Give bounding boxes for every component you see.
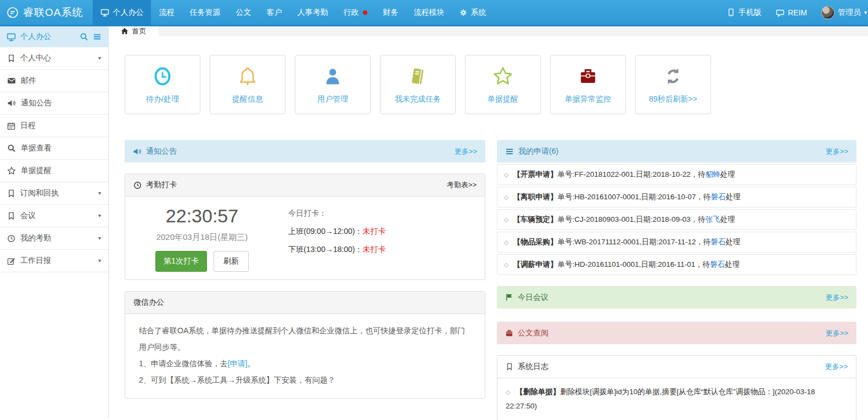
card-unfinished-tasks[interactable]: 我未完成任务 <box>380 55 456 114</box>
mobile-version-link[interactable]: 手机版 <box>727 8 761 18</box>
home-icon <box>121 27 128 35</box>
reim-link[interactable]: REIM <box>776 8 807 17</box>
applications-panel-title: 我的申请(6) <box>505 147 558 156</box>
menu-icon[interactable] <box>93 32 102 41</box>
nav-task-resource[interactable]: 任务资源 <box>182 0 228 25</box>
morning-status: 未打卡 <box>362 227 385 236</box>
nav-administration[interactable]: 行政 <box>335 0 375 25</box>
app-title: 睿联OA系统 <box>23 5 83 20</box>
wechat-apply-line: 1、申请企业微信体验，去[申请]。 <box>139 355 471 372</box>
attendance-panel-title: 考勤打卡 <box>133 180 177 190</box>
meeting-more-link[interactable]: 更多>> <box>826 293 848 303</box>
list-icon <box>505 147 514 156</box>
bookmark-icon <box>506 363 513 371</box>
search-icon[interactable] <box>80 32 88 41</box>
application-row[interactable]: ◇ 【离职申请】单号:HB-20161007-0001,日期:2016-10-0… <box>497 187 856 208</box>
nav-workflow-module[interactable]: 流程模块 <box>406 0 452 25</box>
handler-link[interactable]: 貂蝉 <box>705 170 720 180</box>
card-reminders[interactable]: 提醒信息 <box>210 55 285 114</box>
sidebar-item-subscribe[interactable]: 订阅和回执▾ <box>0 182 108 205</box>
sidebar-item-schedule[interactable]: 日程 <box>0 115 108 137</box>
application-row[interactable]: ◇ 【开票申请】单号:FF-20181022-001,日期:2018-10-22… <box>497 164 856 185</box>
clock-icon <box>7 234 15 243</box>
attendance-panel-header: 考勤打卡 考勤表>> <box>125 174 485 197</box>
avatar <box>821 6 835 19</box>
nav-hr-attendance[interactable]: 人事考勤 <box>289 0 335 25</box>
chevron-down-icon: ▾ <box>864 10 867 15</box>
speaker-icon <box>7 99 16 108</box>
bell-icon <box>237 65 259 87</box>
briefcase-icon <box>577 65 599 87</box>
nav-system[interactable]: 系统 <box>452 0 494 25</box>
meeting-panel-title: 今日会议 <box>505 293 548 303</box>
attendance-sheet-link[interactable]: 考勤表>> <box>447 180 477 190</box>
tab-home[interactable]: 首页 <box>109 26 158 36</box>
chat-icon <box>776 8 785 17</box>
card-user-management[interactable]: 用户管理 <box>295 55 371 114</box>
sidebar-item-work-daily[interactable]: 工作日报▾ <box>0 250 108 272</box>
monitor-icon <box>100 8 109 17</box>
star-icon <box>492 65 514 87</box>
sidebar-item-my-attendance[interactable]: 我的考勤▾ <box>0 227 108 250</box>
bookmark-icon <box>7 189 15 198</box>
calendar-icon <box>7 122 15 130</box>
sidebar-item-bill-view[interactable]: 单据查看 <box>0 137 108 160</box>
handler-link[interactable]: 磐石 <box>711 192 726 202</box>
sidebar-item-meeting[interactable]: 会议▾ <box>0 205 108 227</box>
wechat-panel: 微信办公 结合了睿联OA系统，单据待办推送提醒到个人微信和企业微信上，也可快捷登… <box>125 291 485 399</box>
refresh-icon <box>662 65 684 87</box>
diamond-bullet-icon: ◇ <box>504 239 508 246</box>
handler-link[interactable]: 磐石 <box>710 260 725 270</box>
chevron-down-icon: ▾ <box>98 213 101 219</box>
syslog-body: ◇ 【删除单据】删除模块[调拨单]id为10的单据,摘要[从仓库“默认仓库”调拨… <box>497 378 856 420</box>
current-time: 22:30:57 <box>133 205 271 226</box>
sidebar-item-notice[interactable]: 通知公告 <box>0 92 108 115</box>
speaker-icon <box>133 147 142 156</box>
user-menu[interactable]: 管理员 ▾ <box>821 6 867 19</box>
gear-icon <box>460 9 467 16</box>
chevron-down-icon: ▾ <box>98 191 101 196</box>
handler-link[interactable]: 张飞 <box>705 215 720 225</box>
phone-icon <box>727 8 735 16</box>
nav-workflow[interactable]: 流程 <box>151 0 182 25</box>
book-icon <box>407 65 429 87</box>
sidebar-item-bill-remind[interactable]: 单据提醒 <box>0 160 108 182</box>
document-more-link[interactable]: 更多>> <box>826 328 848 338</box>
sidebar-item-mail[interactable]: 邮件 <box>0 70 108 92</box>
clock-icon <box>133 181 142 189</box>
refresh-button[interactable]: 刷新 <box>214 251 249 272</box>
card-bill-monitor[interactable]: 单据异常监控 <box>550 55 626 114</box>
envelope-icon <box>7 76 16 85</box>
sidebar-header: 个人办公 <box>0 26 108 47</box>
edit-icon <box>7 257 15 265</box>
card-bill-remind[interactable]: 单据提醒 <box>465 55 541 114</box>
application-row[interactable]: ◇ 【车辆预定】单号:CJ-20180903-001,日期:2018-09-03… <box>497 209 856 230</box>
wechat-apply-link[interactable]: [申请] <box>228 359 248 368</box>
nav-customer[interactable]: 客户 <box>259 0 289 25</box>
diamond-bullet-icon: ◇ <box>506 389 510 395</box>
star-icon <box>7 166 16 175</box>
sidebar: 个人办公 个人中心▾ 邮件 通知公告 日程 单据查看 <box>0 26 109 418</box>
notice-panel-header: 通知公告 更多>> <box>125 140 485 163</box>
applications-more-link[interactable]: 更多>> <box>826 147 848 156</box>
app-logo[interactable]: 睿联OA系统 <box>0 0 93 25</box>
application-row[interactable]: ◇ 【调薪申请】单号:HD-20161101-0001,日期:2016-11-0… <box>497 254 856 275</box>
card-refresh-countdown[interactable]: 89秒后刷新>> <box>635 55 711 114</box>
chevron-down-icon: ▾ <box>98 55 101 61</box>
nav-official-doc[interactable]: 公文 <box>228 0 259 25</box>
chevron-down-icon: ▾ <box>98 258 101 264</box>
punch-button[interactable]: 第1次打卡 <box>155 251 207 272</box>
syslog-more-link[interactable]: 更多>> <box>825 362 848 372</box>
main-menu: 个人办公 流程 任务资源 公文 客户 人事考勤 行政 财务 流程模块 系统 <box>93 0 494 25</box>
application-row[interactable]: ◇ 【物品采购】单号:WB-20171112-0001,日期:2017-11-1… <box>497 232 856 253</box>
notice-more-link[interactable]: 更多>> <box>455 147 477 156</box>
nav-finance[interactable]: 财务 <box>375 0 406 25</box>
logo-comment-icon <box>7 7 19 19</box>
card-todo[interactable]: 待办/处理 <box>125 55 200 114</box>
diamond-bullet-icon: ◇ <box>504 216 508 223</box>
current-date: 2020年03月18日(星期三) <box>133 232 271 243</box>
nav-personal-office[interactable]: 个人办公 <box>93 0 151 25</box>
wechat-panel-title: 微信办公 <box>133 298 164 307</box>
handler-link[interactable]: 磐石 <box>711 237 726 247</box>
sidebar-item-personal-center[interactable]: 个人中心▾ <box>0 47 108 70</box>
